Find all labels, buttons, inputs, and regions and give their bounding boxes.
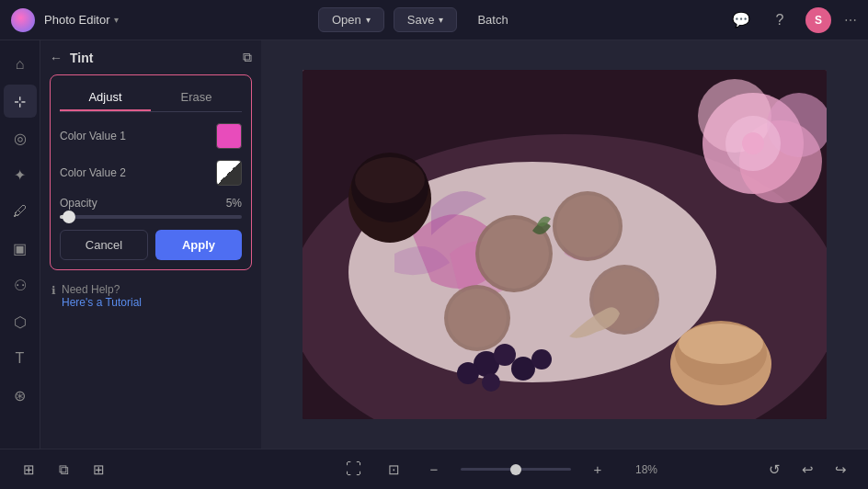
- sidebar-objects-button[interactable]: ⬡: [4, 305, 37, 338]
- zoom-thumb[interactable]: [510, 464, 521, 475]
- grid-button[interactable]: ⊞: [85, 456, 112, 483]
- app-name-button[interactable]: Photo Editor ▾: [44, 13, 119, 27]
- batch-label: Batch: [477, 13, 508, 27]
- sidebar-view-button[interactable]: ◎: [4, 121, 37, 154]
- topbar-icons: 💬 ? S ⋯: [728, 7, 857, 33]
- color-swatch-1[interactable]: [216, 123, 242, 149]
- main-content: ⌂ ⊹ ◎ ✦ 🖊 ▣ ⚇ ⬡ T ⊛ ← Tint ⧉ Adjust: [0, 40, 868, 449]
- tab-erase-label: Erase: [181, 90, 212, 104]
- color-value-2-label: Color Value 2: [60, 166, 126, 179]
- zoom-plus-button[interactable]: +: [584, 456, 611, 483]
- canvas-area: [261, 40, 868, 449]
- color-value-2-row: Color Value 2: [60, 160, 242, 186]
- sidebar-adjust-button[interactable]: ⊹: [4, 85, 37, 118]
- grid-icon: ⊞: [93, 461, 105, 478]
- app-name-chevron: ▾: [114, 15, 119, 25]
- layers-button[interactable]: ⊞: [15, 456, 42, 483]
- save-chevron: ▾: [439, 15, 443, 25]
- chat-icon-button[interactable]: 💬: [728, 7, 754, 33]
- save-label: Save: [407, 13, 435, 27]
- crop-icon: ⊡: [388, 461, 400, 478]
- tab-adjust-label: Adjust: [88, 90, 121, 104]
- open-label: Open: [332, 13, 361, 27]
- history-panel-button[interactable]: ⧉: [50, 456, 77, 483]
- avatar-initial: S: [815, 14, 822, 27]
- opacity-row: Opacity 5%: [60, 197, 242, 219]
- tint-card: Adjust Erase Color Value 1 Color Value 2…: [50, 74, 252, 270]
- undo-icon: ↩: [802, 461, 814, 478]
- sidebar-more-button[interactable]: ⊛: [4, 379, 37, 412]
- color-value-1-label: Color Value 1: [60, 130, 126, 142]
- tab-erase[interactable]: Erase: [151, 85, 242, 111]
- open-button[interactable]: Open ▾: [318, 7, 384, 32]
- info-icon: ℹ: [51, 284, 56, 297]
- sidebar-stamp-button[interactable]: 🖊: [4, 195, 37, 228]
- save-button[interactable]: Save ▾: [394, 7, 458, 32]
- sidebar-text-button[interactable]: T: [4, 342, 37, 375]
- tutorial-link[interactable]: Here's a Tutorial: [62, 296, 142, 309]
- bottom-canvas-tools: ⛶ ⊡ − + 18%: [235, 456, 761, 483]
- history-icon: ⧉: [59, 461, 69, 478]
- bottom-bar: ⊞ ⧉ ⊞ ⛶ ⊡ − + 18% ↺: [0, 449, 868, 489]
- sidebar-home-button[interactable]: ⌂: [4, 48, 37, 81]
- tab-adjust[interactable]: Adjust: [60, 85, 151, 111]
- app-name-label: Photo Editor: [44, 13, 110, 27]
- zoom-slider[interactable]: [461, 468, 571, 471]
- help-text-container: Need Help? Here's a Tutorial: [62, 283, 142, 309]
- tint-header: ← Tint ⧉: [50, 50, 252, 65]
- opacity-label-row: Opacity 5%: [60, 197, 242, 210]
- opacity-slider-thumb[interactable]: [63, 210, 75, 223]
- zoom-percentage: 18%: [624, 463, 657, 476]
- apply-label: Apply: [182, 238, 215, 252]
- back-arrow-icon: ←: [50, 51, 63, 65]
- undo-button[interactable]: ↩: [794, 457, 820, 483]
- zoom-minus-button[interactable]: −: [420, 456, 448, 483]
- photo-tint-overlay: [303, 70, 827, 419]
- opacity-value: 5%: [226, 197, 242, 210]
- bottom-left-tools: ⊞ ⧉ ⊞: [15, 456, 235, 483]
- need-help-section: ℹ Need Help? Here's a Tutorial: [50, 279, 252, 313]
- opacity-slider[interactable]: [60, 215, 242, 219]
- photo-canvas[interactable]: [303, 70, 827, 419]
- color-value-1-row: Color Value 1: [60, 123, 242, 149]
- open-chevron: ▾: [366, 15, 371, 25]
- bottom-right-tools: ↺ ↩ ↪: [761, 457, 853, 483]
- layers-icon: ⊞: [23, 461, 35, 478]
- redo-icon: ↪: [835, 461, 847, 478]
- apply-button[interactable]: Apply: [155, 230, 242, 260]
- need-help-text: Need Help?: [62, 283, 120, 296]
- tint-title: Tint: [70, 51, 235, 65]
- cancel-label: Cancel: [86, 238, 122, 252]
- sidebar-frames-button[interactable]: ▣: [4, 232, 37, 265]
- zoom-plus-icon: +: [594, 461, 602, 477]
- tint-copy-button[interactable]: ⧉: [243, 50, 252, 65]
- sidebar-retouch-button[interactable]: ✦: [4, 158, 37, 191]
- reset-button[interactable]: ↺: [761, 457, 787, 483]
- batch-button[interactable]: Batch: [466, 8, 519, 31]
- fit-icon: ⛶: [346, 461, 361, 479]
- sidebar-people-button[interactable]: ⚇: [4, 268, 37, 301]
- app-logo: [11, 8, 35, 32]
- expand-button[interactable]: ⋯: [844, 13, 857, 28]
- cancel-button[interactable]: Cancel: [60, 230, 148, 260]
- reset-icon: ↺: [769, 461, 781, 478]
- color-swatch-2[interactable]: [216, 160, 242, 186]
- tint-panel: ← Tint ⧉ Adjust Erase Color Value 1: [40, 40, 261, 449]
- tint-tabs: Adjust Erase: [60, 85, 242, 112]
- zoom-slider-container: [461, 468, 571, 471]
- icon-sidebar: ⌂ ⊹ ◎ ✦ 🖊 ▣ ⚇ ⬡ T ⊛: [0, 40, 40, 449]
- copy-icon: ⧉: [243, 50, 252, 64]
- opacity-label: Opacity: [60, 197, 97, 210]
- zoom-minus-icon: −: [430, 461, 439, 477]
- crop-button[interactable]: ⊡: [380, 456, 407, 483]
- user-avatar[interactable]: S: [805, 7, 831, 33]
- tint-buttons: Cancel Apply: [60, 230, 242, 260]
- redo-button[interactable]: ↪: [828, 457, 853, 483]
- tint-back-button[interactable]: ←: [50, 51, 63, 65]
- help-icon-button[interactable]: ?: [767, 7, 793, 33]
- fit-button[interactable]: ⛶: [339, 456, 367, 483]
- topbar: Photo Editor ▾ Open ▾ Save ▾ Batch 💬 ? S…: [0, 0, 868, 40]
